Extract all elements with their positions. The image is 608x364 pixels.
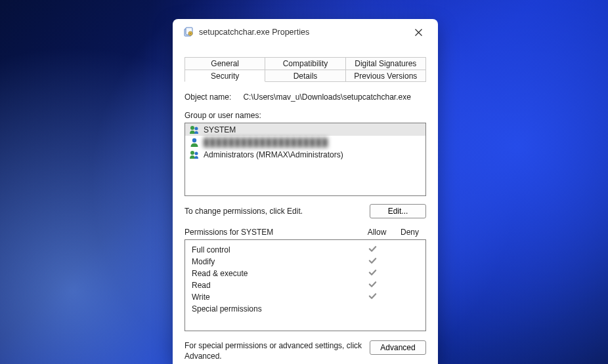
allow-check-icon	[356, 292, 389, 302]
tab-compatibility[interactable]: Compatibility	[265, 57, 345, 70]
svg-point-5	[190, 126, 194, 130]
properties-dialog: setupcatchchar.exe Properties General Co…	[173, 19, 438, 364]
tabstrip: General Compatibility Digital Signatures…	[185, 57, 426, 82]
deny-column-label: Deny	[393, 228, 426, 237]
tab-digital-signatures[interactable]: Digital Signatures	[346, 57, 426, 70]
permission-name: Write	[189, 293, 356, 302]
permission-row: Special permissions	[189, 303, 422, 315]
allow-check-icon	[356, 268, 389, 279]
list-item-label-redacted: ████████████████████	[204, 138, 328, 147]
user-icon	[189, 137, 200, 148]
group-user-label: Group or user names:	[185, 111, 426, 120]
permission-name: Full control	[189, 245, 356, 254]
svg-point-8	[190, 151, 194, 155]
advanced-hint: For special permissions or advanced sett…	[185, 340, 370, 361]
group-icon	[189, 150, 200, 160]
tab-details[interactable]: Details	[265, 70, 345, 82]
permission-name: Read	[189, 281, 356, 290]
permission-name: Read & execute	[189, 269, 356, 278]
permission-row: Write	[189, 291, 422, 303]
edit-hint: To change permissions, click Edit.	[185, 207, 370, 216]
permissions-header: Permissions for SYSTEM Allow Deny	[185, 228, 426, 237]
permission-row: Full control	[189, 244, 422, 256]
allow-check-icon	[356, 245, 389, 255]
permission-row: Modify	[189, 256, 422, 268]
permission-name: Special permissions	[189, 304, 356, 313]
tab-previous-versions[interactable]: Previous Versions	[346, 70, 426, 82]
advanced-button[interactable]: Advanced	[370, 340, 426, 355]
app-icon	[183, 27, 194, 37]
desktop-background: setupcatchchar.exe Properties General Co…	[0, 0, 608, 364]
window-title: setupcatchchar.exe Properties	[199, 28, 405, 37]
tab-general[interactable]: General	[185, 57, 265, 70]
svg-point-6	[195, 127, 198, 130]
allow-check-icon	[356, 280, 389, 291]
svg-point-7	[192, 138, 196, 142]
close-icon	[415, 29, 422, 36]
permission-name: Modify	[189, 257, 356, 266]
group-user-listbox[interactable]: SYSTEM ████████████████████ Administrato…	[185, 123, 426, 196]
list-item[interactable]: SYSTEM	[185, 123, 425, 136]
permission-row: Read & execute	[189, 268, 422, 279]
allow-column-label: Allow	[360, 228, 393, 237]
list-item-label: Administrators (MRMAX\Administrators)	[204, 150, 343, 159]
list-item[interactable]: Administrators (MRMAX\Administrators)	[185, 148, 425, 161]
allow-check-icon	[356, 256, 389, 267]
titlebar: setupcatchchar.exe Properties	[173, 19, 438, 45]
svg-point-9	[195, 152, 198, 155]
object-name-label: Object name:	[185, 92, 231, 102]
edit-button[interactable]: Edit...	[370, 204, 426, 218]
group-icon	[189, 125, 200, 135]
object-name-row: Object name: C:\Users\mav_u\Downloads\se…	[185, 92, 426, 102]
list-item[interactable]: ████████████████████	[185, 136, 425, 148]
permissions-listbox[interactable]: Full control Modify Read & execute	[185, 239, 426, 331]
permission-row: Read	[189, 279, 422, 291]
close-button[interactable]	[405, 22, 431, 42]
permissions-for-label: Permissions for SYSTEM	[185, 228, 360, 237]
list-item-label: SYSTEM	[204, 125, 236, 134]
object-name-value: C:\Users\mav_u\Downloads\setupcatchchar.…	[243, 92, 410, 102]
tab-security[interactable]: Security	[185, 70, 265, 82]
